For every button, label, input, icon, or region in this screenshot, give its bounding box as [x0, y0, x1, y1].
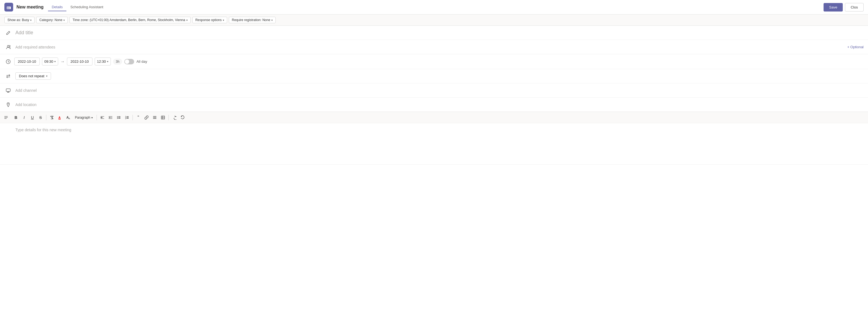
align-button[interactable]	[151, 114, 159, 121]
chevron-down-icon: ▾	[46, 74, 48, 77]
quote-button[interactable]: "	[134, 114, 142, 121]
location-icon	[4, 102, 12, 107]
datetime-row: 2022-10-10 09:30 ▾ → 2022-10-10 12:30 ▾ …	[0, 54, 868, 69]
attendees-icon	[4, 45, 12, 49]
link-button[interactable]	[143, 114, 150, 121]
indent-decrease-button[interactable]	[98, 114, 106, 121]
duration-badge: 3h	[113, 59, 122, 65]
paragraph-label: Paragraph	[75, 116, 90, 119]
arrow-icon: →	[60, 59, 65, 64]
attendees-input[interactable]	[16, 45, 844, 49]
svg-rect-31	[126, 118, 129, 119]
chevron-down-icon: ▾	[107, 60, 108, 63]
toolbar-separator	[168, 115, 169, 120]
svg-point-12	[8, 103, 9, 104]
body-editor[interactable]: Type details for this new meeting	[0, 123, 868, 165]
body-editor-row: B I U S A A A	[0, 112, 868, 165]
svg-rect-4	[7, 7, 8, 8]
highlight-button[interactable]: A	[56, 114, 64, 121]
start-time-button[interactable]: 09:30 ▾	[42, 58, 58, 66]
svg-rect-11	[6, 89, 10, 92]
svg-rect-5	[8, 7, 9, 8]
svg-rect-30	[126, 117, 129, 118]
titlebar-actions: Save Clos	[824, 3, 864, 11]
svg-text:A: A	[58, 116, 61, 119]
numbered-list-button[interactable]: 1. 2. 3.	[123, 114, 131, 121]
category-option[interactable]: Category: None ▾	[36, 17, 68, 23]
optional-link[interactable]: + Optional	[847, 45, 864, 49]
repeat-row: Does not repeat ▾	[0, 69, 868, 83]
formatting-toolbar: B I U S A A A	[0, 112, 868, 123]
body-placeholder: Type details for this new meeting	[16, 128, 864, 132]
font-size-button[interactable]: A A	[64, 114, 72, 121]
form-area: + Optional 2022-10-10 09:30 ▾ → 2022-10-…	[0, 26, 868, 165]
bold-button[interactable]: B	[12, 114, 20, 121]
title-input[interactable]	[16, 30, 864, 36]
show-as-option[interactable]: Show as: Busy ▾	[4, 17, 35, 23]
svg-rect-7	[8, 8, 9, 9]
repeat-icon	[4, 74, 12, 79]
channel-field-container	[16, 88, 864, 93]
chevron-down-icon: ▾	[186, 19, 188, 22]
underline-button[interactable]: U	[29, 114, 36, 121]
toolbar-separator	[132, 115, 133, 120]
channel-input[interactable]	[16, 88, 864, 93]
svg-point-22	[117, 118, 118, 119]
svg-rect-15	[4, 118, 7, 119]
table-button[interactable]	[159, 114, 167, 121]
svg-rect-35	[161, 116, 164, 119]
options-bar: Show as: Busy ▾ Category: None ▾ Time zo…	[0, 14, 868, 26]
tab-scheduling[interactable]: Scheduling Assistant	[66, 3, 107, 11]
svg-rect-17	[58, 119, 61, 119]
allday-toggle-switch[interactable]	[124, 59, 134, 64]
registration-option[interactable]: Require registration: None ▾	[229, 17, 276, 23]
window-title: New meeting	[17, 5, 43, 9]
body-section-icon	[2, 115, 10, 120]
svg-point-20	[117, 116, 118, 117]
undo-button[interactable]	[179, 114, 186, 121]
save-button[interactable]: Save	[824, 3, 843, 11]
end-date-button[interactable]: 2022-10-10	[67, 58, 92, 66]
svg-rect-3	[9, 5, 10, 6]
italic-button[interactable]: I	[20, 114, 28, 121]
toolbar-separator	[46, 115, 46, 120]
svg-rect-32	[153, 116, 156, 117]
location-input[interactable]	[16, 103, 864, 107]
chevron-down-icon: ▾	[223, 19, 224, 22]
title-field-container	[16, 30, 864, 36]
app-icon	[4, 3, 13, 11]
timezone-option[interactable]: Time zone: (UTC+01:00) Amsterdam, Berlin…	[69, 17, 191, 23]
attendees-row: + Optional	[0, 40, 868, 54]
tab-details[interactable]: Details	[48, 3, 67, 11]
strikethrough-button[interactable]: S	[37, 114, 44, 121]
svg-rect-13	[4, 116, 8, 117]
channel-row	[0, 83, 868, 98]
end-time-button[interactable]: 12:30 ▾	[95, 58, 111, 66]
repeat-dropdown[interactable]: Does not repeat ▾	[16, 72, 51, 80]
start-date-button[interactable]: 2022-10-10	[14, 58, 40, 66]
chevron-down-icon: ▾	[271, 19, 273, 22]
svg-point-21	[117, 117, 118, 118]
titlebar: New meeting Details Scheduling Assistant…	[0, 0, 868, 14]
close-button[interactable]: Clos	[845, 3, 864, 11]
svg-rect-24	[118, 117, 120, 118]
response-option[interactable]: Response options ▾	[192, 17, 227, 23]
svg-rect-29	[126, 116, 129, 117]
chevron-down-icon: ▾	[54, 60, 56, 63]
bullets-button[interactable]	[115, 114, 123, 121]
svg-rect-2	[7, 5, 8, 6]
svg-rect-23	[118, 116, 120, 117]
svg-rect-1	[7, 5, 11, 7]
chevron-down-icon: ▾	[30, 19, 32, 22]
svg-rect-33	[153, 117, 156, 118]
loop-button[interactable]	[170, 114, 178, 121]
pencil-icon	[4, 30, 12, 35]
svg-text:3.: 3.	[125, 118, 126, 119]
svg-text:A: A	[69, 117, 70, 120]
indent-increase-button[interactable]	[107, 114, 115, 121]
paragraph-dropdown[interactable]: Paragraph ▾	[73, 114, 95, 120]
allday-toggle: All day	[124, 59, 147, 64]
format-clear-button[interactable]	[48, 114, 56, 121]
channel-icon	[4, 88, 12, 93]
chevron-down-icon: ▾	[91, 116, 93, 119]
